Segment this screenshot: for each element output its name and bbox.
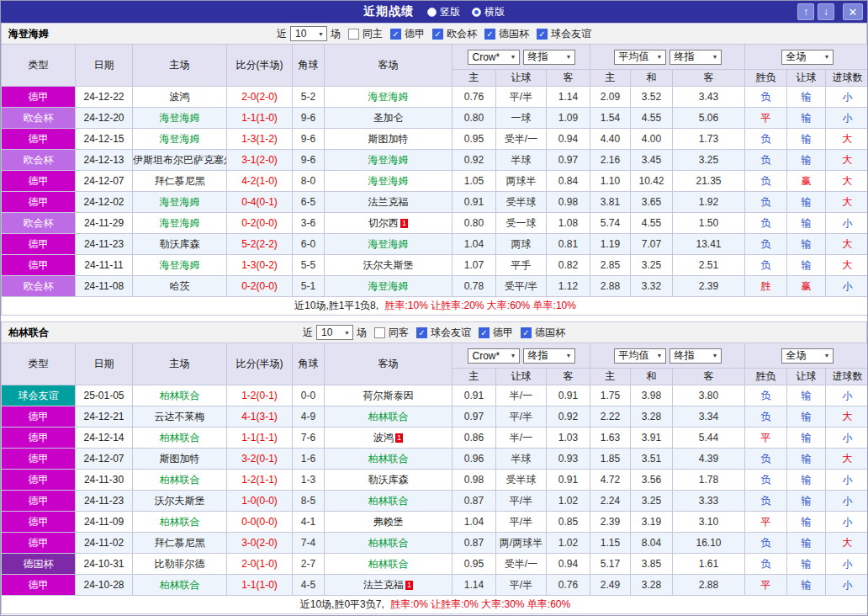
away-team-link[interactable]: 柏林联合 <box>325 449 453 470</box>
avg-stage-select[interactable]: 终指▼ <box>670 50 722 65</box>
match-date: 24-12-15 <box>76 129 133 150</box>
league-type-badge: 德甲 <box>2 427 76 449</box>
away-team-link[interactable]: 法兰克福 <box>325 192 453 213</box>
odds-value: 一球 <box>496 108 547 129</box>
close-button[interactable]: ✕ <box>843 3 863 20</box>
away-team-link[interactable]: 柏林联合 <box>325 491 453 512</box>
score-link[interactable]: 0-2(0-0) <box>227 213 293 234</box>
recent-results-window: 近期战绩 竖版 横版 ↑ ↓ ✕ 海登海姆 近10▼场同主✓德甲✓欧会杯✓德国杯… <box>0 0 868 616</box>
home-team-link[interactable]: 比勒菲尔德 <box>133 554 227 575</box>
result-value: 输 <box>787 255 826 276</box>
away-team-link[interactable]: 荷尔斯泰因 <box>325 385 453 406</box>
score-link[interactable]: 1-1(1-0) <box>227 108 293 129</box>
away-team-link[interactable]: 波鸿1 <box>325 427 453 449</box>
away-team-link[interactable]: 切尔西1 <box>325 213 453 234</box>
home-team-link[interactable]: 哈茨 <box>133 276 227 297</box>
score-link[interactable]: 2-0(1-0) <box>227 554 293 575</box>
radio-horizontal-layout[interactable]: 横版 <box>472 5 505 19</box>
home-team-link[interactable]: 斯图加特 <box>133 449 227 470</box>
scroll-down-button[interactable]: ↓ <box>818 3 834 20</box>
home-team-link[interactable]: 柏林联合 <box>133 470 227 491</box>
away-team-link[interactable]: 海登海姆 <box>325 276 453 297</box>
odds-value: 平手 <box>496 255 547 276</box>
odds-value: 16.10 <box>673 533 745 554</box>
score-link[interactable]: 2-0(2-0) <box>227 87 293 108</box>
score-link[interactable]: 1-3(1-2) <box>227 129 293 150</box>
home-team-link[interactable]: 海登海姆 <box>133 255 227 276</box>
away-team-link[interactable]: 海登海姆 <box>325 171 453 192</box>
away-team-link[interactable]: 勒沃库森 <box>325 470 453 491</box>
league-filter-checkbox[interactable]: ✓ <box>432 29 443 40</box>
away-team-link[interactable]: 圣加仑 <box>325 108 453 129</box>
league-filter-checkbox[interactable]: ✓ <box>537 29 548 40</box>
avg-stage-select[interactable]: 终指▼ <box>670 348 722 364</box>
score-link[interactable]: 1-1(1-1) <box>227 427 293 449</box>
match-count-select[interactable]: 10▼ <box>316 325 353 340</box>
match-count-select[interactable]: 10▼ <box>290 26 327 41</box>
scope-select[interactable]: 全场▼ <box>781 50 834 65</box>
score-link[interactable]: 1-3(0-2) <box>227 255 293 276</box>
score-link[interactable]: 1-1(1-0) <box>227 575 293 596</box>
home-team-link[interactable]: 沃尔夫斯堡 <box>133 491 227 512</box>
home-team-link[interactable]: 柏林联合 <box>133 512 227 533</box>
score-link[interactable]: 1-0(0-0) <box>227 491 293 512</box>
score-link[interactable]: 4-2(1-0) <box>227 171 293 192</box>
home-team-link[interactable]: 海登海姆 <box>133 192 227 213</box>
league-type-badge: 德甲 <box>2 129 76 150</box>
score-link[interactable]: 0-0(0-0) <box>227 512 293 533</box>
match-row: 德甲24-11-09柏林联合0-0(0-0)4-1弗赖堡1.04平/半0.852… <box>2 512 868 533</box>
league-filter-checkbox[interactable]: ✓ <box>416 327 427 338</box>
score-link[interactable]: 0-4(0-1) <box>227 192 293 213</box>
away-team-link[interactable]: 斯图加特 <box>325 129 453 150</box>
odds-value: 2.88 <box>590 276 631 297</box>
away-team-link[interactable]: 沃尔夫斯堡 <box>325 255 453 276</box>
home-team-link[interactable]: 拜仁慕尼黑 <box>133 533 227 554</box>
result-value: 输 <box>787 129 826 150</box>
home-team-link[interactable]: 柏林联合 <box>133 385 227 406</box>
home-team-link[interactable]: 海登海姆 <box>133 108 227 129</box>
away-team-link[interactable]: 柏林联合 <box>325 406 453 427</box>
bookmaker-select[interactable]: Crow*▼ <box>468 50 520 65</box>
home-team-link[interactable]: 勒沃库森 <box>133 234 227 255</box>
home-team-link[interactable]: 拜仁慕尼黑 <box>133 171 227 192</box>
league-filter-checkbox[interactable]: ✓ <box>484 29 495 40</box>
average-select[interactable]: 平均值▼ <box>614 50 666 65</box>
odds-stage-select[interactable]: 终指▼ <box>523 50 575 65</box>
team-filter-bar: 柏林联合 近10▼场同客✓球会友谊✓德甲✓德国杯 <box>1 321 867 343</box>
score-link[interactable]: 0-2(0-0) <box>227 276 293 297</box>
league-filter-checkbox[interactable]: ✓ <box>390 29 401 40</box>
score-link[interactable]: 4-1(3-1) <box>227 406 293 427</box>
odds-stage-select[interactable]: 终指▼ <box>523 348 575 364</box>
home-team-link[interactable]: 柏林联合 <box>133 427 227 449</box>
same-venue-checkbox[interactable] <box>348 29 359 40</box>
score-link[interactable]: 3-2(0-1) <box>227 449 293 470</box>
score-link[interactable]: 5-2(2-2) <box>227 234 293 255</box>
away-team-link[interactable]: 海登海姆 <box>325 234 453 255</box>
away-team-link[interactable]: 弗赖堡 <box>325 512 453 533</box>
bookmaker-select[interactable]: Crow*▼ <box>468 348 520 364</box>
scroll-up-button[interactable]: ↑ <box>797 3 814 20</box>
home-team-link[interactable]: 云达不莱梅 <box>133 406 227 427</box>
home-team-link[interactable]: 海登海姆 <box>133 213 227 234</box>
average-select[interactable]: 平均值▼ <box>614 348 666 364</box>
same-venue-checkbox[interactable] <box>374 327 385 338</box>
home-team-link[interactable]: 海登海姆 <box>133 129 227 150</box>
score-link[interactable]: 3-0(2-0) <box>227 533 293 554</box>
col-header-score: 比分(半场) <box>227 45 293 87</box>
scope-select[interactable]: 全场▼ <box>781 348 834 364</box>
league-filter-checkbox[interactable]: ✓ <box>479 327 490 338</box>
away-team-link[interactable]: 柏林联合 <box>325 554 453 575</box>
away-team-link[interactable]: 海登海姆 <box>325 150 453 171</box>
home-team-link[interactable]: 伊斯坦布尔巴萨克塞尔 <box>133 150 227 171</box>
score-link[interactable]: 1-2(0-1) <box>227 385 293 406</box>
chevron-down-icon: ▼ <box>511 54 516 60</box>
score-link[interactable]: 1-2(1-1) <box>227 470 293 491</box>
radio-vertical-layout[interactable]: 竖版 <box>427 5 460 19</box>
league-filter-checkbox[interactable]: ✓ <box>521 327 532 338</box>
away-team-link[interactable]: 法兰克福1 <box>325 575 453 596</box>
home-team-link[interactable]: 波鸿 <box>133 87 227 108</box>
home-team-link[interactable]: 柏林联合 <box>133 575 227 596</box>
away-team-link[interactable]: 海登海姆 <box>325 87 453 108</box>
score-link[interactable]: 3-1(2-0) <box>227 150 293 171</box>
away-team-link[interactable]: 柏林联合 <box>325 533 453 554</box>
